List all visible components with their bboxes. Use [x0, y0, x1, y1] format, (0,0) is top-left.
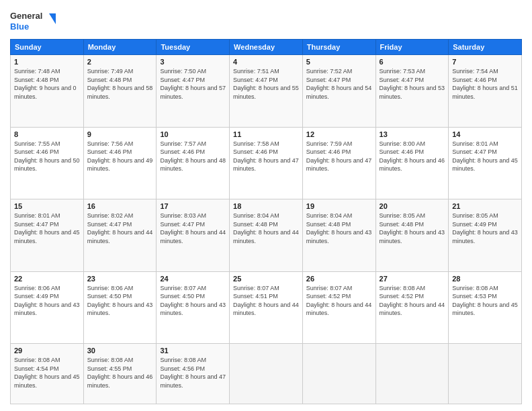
calendar-cell: 2 Sunrise: 7:49 AM Sunset: 4:48 PM Dayli… [83, 55, 157, 128]
calendar-cell: 29 Sunrise: 8:08 AM Sunset: 4:54 PM Dayl… [11, 344, 84, 404]
day-info: Sunrise: 8:04 AM Sunset: 4:48 PM Dayligh… [306, 212, 372, 245]
day-info: Sunrise: 7:52 AM Sunset: 4:47 PM Dayligh… [306, 67, 372, 101]
calendar-cell [230, 344, 303, 404]
calendar-cell [375, 344, 449, 404]
day-info: Sunrise: 7:54 AM Sunset: 4:46 PM Dayligh… [452, 67, 518, 101]
day-number: 23 [87, 275, 153, 283]
calendar-table: SundayMondayTuesdayWednesdayThursdayFrid… [10, 39, 522, 404]
day-info: Sunrise: 7:51 AM Sunset: 4:47 PM Dayligh… [233, 67, 299, 101]
calendar-cell: 3 Sunrise: 7:50 AM Sunset: 4:47 PM Dayli… [157, 55, 230, 128]
calendar-cell: 5 Sunrise: 7:52 AM Sunset: 4:47 PM Dayli… [302, 55, 375, 128]
calendar-cell: 19 Sunrise: 8:04 AM Sunset: 4:48 PM Dayl… [302, 199, 375, 272]
day-info: Sunrise: 8:07 AM Sunset: 4:51 PM Dayligh… [233, 284, 299, 318]
day-info: Sunrise: 7:55 AM Sunset: 4:46 PM Dayligh… [14, 140, 80, 173]
calendar-week-5: 29 Sunrise: 8:08 AM Sunset: 4:54 PM Dayl… [11, 344, 522, 404]
day-number: 26 [306, 275, 372, 283]
calendar-cell: 1 Sunrise: 7:48 AM Sunset: 4:48 PM Dayli… [11, 55, 84, 128]
calendar-cell: 6 Sunrise: 7:53 AM Sunset: 4:47 PM Dayli… [375, 55, 449, 128]
day-number: 22 [14, 275, 80, 283]
day-number: 25 [233, 275, 299, 283]
calendar-cell: 4 Sunrise: 7:51 AM Sunset: 4:47 PM Dayli… [230, 55, 303, 128]
calendar-cell: 8 Sunrise: 7:55 AM Sunset: 4:46 PM Dayli… [11, 127, 84, 199]
day-number: 21 [452, 202, 518, 210]
svg-text:Blue: Blue [10, 21, 29, 32]
calendar-cell: 25 Sunrise: 8:07 AM Sunset: 4:51 PM Dayl… [230, 271, 303, 344]
day-number: 7 [452, 58, 518, 66]
calendar-week-2: 8 Sunrise: 7:55 AM Sunset: 4:46 PM Dayli… [11, 127, 522, 199]
day-info: Sunrise: 8:05 AM Sunset: 4:49 PM Dayligh… [452, 212, 518, 245]
calendar-header-friday: Friday [375, 40, 449, 55]
day-number: 28 [452, 275, 518, 283]
page: General Blue SundayMondayTuesdayWednesda… [0, 0, 532, 411]
day-info: Sunrise: 8:08 AM Sunset: 4:54 PM Dayligh… [14, 356, 80, 390]
day-info: Sunrise: 7:57 AM Sunset: 4:46 PM Dayligh… [160, 140, 226, 173]
day-number: 8 [14, 130, 80, 138]
calendar-cell: 31 Sunrise: 8:08 AM Sunset: 4:56 PM Dayl… [157, 344, 230, 404]
day-number: 30 [87, 347, 153, 355]
day-info: Sunrise: 8:07 AM Sunset: 4:52 PM Dayligh… [306, 284, 372, 318]
calendar-cell: 22 Sunrise: 8:06 AM Sunset: 4:49 PM Dayl… [11, 271, 84, 344]
day-info: Sunrise: 7:53 AM Sunset: 4:47 PM Dayligh… [380, 67, 445, 101]
calendar-header-tuesday: Tuesday [157, 40, 230, 55]
calendar-week-1: 1 Sunrise: 7:48 AM Sunset: 4:48 PM Dayli… [11, 55, 522, 128]
day-info: Sunrise: 8:01 AM Sunset: 4:47 PM Dayligh… [452, 140, 518, 173]
day-info: Sunrise: 8:01 AM Sunset: 4:47 PM Dayligh… [14, 212, 80, 245]
day-number: 18 [233, 202, 299, 210]
day-info: Sunrise: 8:08 AM Sunset: 4:52 PM Dayligh… [380, 284, 445, 318]
day-number: 6 [380, 58, 445, 66]
day-info: Sunrise: 8:07 AM Sunset: 4:50 PM Dayligh… [160, 284, 226, 318]
day-number: 10 [160, 130, 226, 138]
day-info: Sunrise: 7:50 AM Sunset: 4:47 PM Dayligh… [160, 67, 226, 101]
day-number: 9 [87, 130, 153, 138]
day-number: 11 [233, 130, 299, 138]
day-number: 29 [14, 347, 80, 355]
day-info: Sunrise: 7:48 AM Sunset: 4:48 PM Dayligh… [14, 67, 80, 101]
day-number: 4 [233, 58, 299, 66]
day-number: 17 [160, 202, 226, 210]
day-number: 19 [306, 202, 372, 210]
day-number: 27 [380, 275, 445, 283]
calendar-cell: 7 Sunrise: 7:54 AM Sunset: 4:46 PM Dayli… [449, 55, 522, 128]
calendar-header-sunday: Sunday [11, 40, 84, 55]
calendar-cell: 9 Sunrise: 7:56 AM Sunset: 4:46 PM Dayli… [83, 127, 157, 199]
day-info: Sunrise: 8:04 AM Sunset: 4:48 PM Dayligh… [233, 212, 299, 245]
header: General Blue [10, 7, 522, 34]
day-number: 15 [14, 202, 80, 210]
calendar-cell: 10 Sunrise: 7:57 AM Sunset: 4:46 PM Dayl… [157, 127, 230, 199]
logo: General Blue [10, 7, 57, 34]
day-info: Sunrise: 8:06 AM Sunset: 4:49 PM Dayligh… [14, 284, 80, 318]
day-info: Sunrise: 8:05 AM Sunset: 4:48 PM Dayligh… [380, 212, 445, 245]
calendar-cell: 18 Sunrise: 8:04 AM Sunset: 4:48 PM Dayl… [230, 199, 303, 272]
day-number: 2 [87, 58, 153, 66]
day-info: Sunrise: 8:08 AM Sunset: 4:53 PM Dayligh… [452, 284, 518, 318]
day-number: 20 [380, 202, 445, 210]
day-info: Sunrise: 7:49 AM Sunset: 4:48 PM Dayligh… [87, 67, 153, 101]
calendar-cell: 27 Sunrise: 8:08 AM Sunset: 4:52 PM Dayl… [375, 271, 449, 344]
day-info: Sunrise: 8:08 AM Sunset: 4:56 PM Dayligh… [160, 356, 226, 390]
calendar-header-monday: Monday [83, 40, 157, 55]
day-info: Sunrise: 8:03 AM Sunset: 4:47 PM Dayligh… [160, 212, 226, 245]
day-number: 12 [306, 130, 372, 138]
calendar-cell: 26 Sunrise: 8:07 AM Sunset: 4:52 PM Dayl… [302, 271, 375, 344]
svg-text:General: General [10, 11, 42, 21]
day-info: Sunrise: 8:06 AM Sunset: 4:50 PM Dayligh… [87, 284, 153, 318]
day-number: 5 [306, 58, 372, 66]
calendar-cell: 12 Sunrise: 7:59 AM Sunset: 4:46 PM Dayl… [302, 127, 375, 199]
logo-icon: General Blue [10, 7, 57, 34]
calendar-cell: 15 Sunrise: 8:01 AM Sunset: 4:47 PM Dayl… [11, 199, 84, 272]
day-number: 24 [160, 275, 226, 283]
day-info: Sunrise: 8:08 AM Sunset: 4:55 PM Dayligh… [87, 356, 153, 390]
calendar-cell: 28 Sunrise: 8:08 AM Sunset: 4:53 PM Dayl… [449, 271, 522, 344]
day-number: 13 [380, 130, 445, 138]
calendar-cell: 21 Sunrise: 8:05 AM Sunset: 4:49 PM Dayl… [449, 199, 522, 272]
calendar-cell: 23 Sunrise: 8:06 AM Sunset: 4:50 PM Dayl… [83, 271, 157, 344]
calendar-cell [302, 344, 375, 404]
calendar-cell [449, 344, 522, 404]
calendar-cell: 17 Sunrise: 8:03 AM Sunset: 4:47 PM Dayl… [157, 199, 230, 272]
day-info: Sunrise: 7:58 AM Sunset: 4:46 PM Dayligh… [233, 140, 299, 173]
calendar-header-saturday: Saturday [449, 40, 522, 55]
calendar-header-row: SundayMondayTuesdayWednesdayThursdayFrid… [11, 40, 522, 55]
calendar-cell: 20 Sunrise: 8:05 AM Sunset: 4:48 PM Dayl… [375, 199, 449, 272]
calendar-cell: 13 Sunrise: 8:00 AM Sunset: 4:46 PM Dayl… [375, 127, 449, 199]
day-number: 16 [87, 202, 153, 210]
